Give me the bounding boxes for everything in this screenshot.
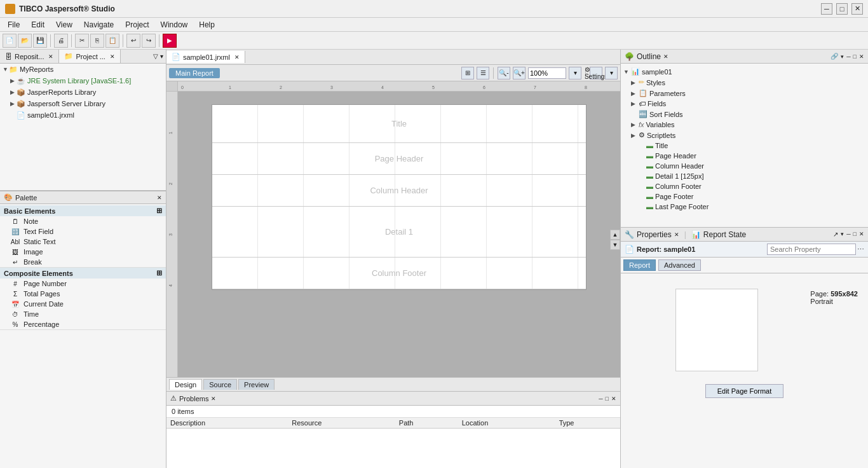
tree-item-myreports[interactable]: ▼ 📁 MyReports [0,64,166,75]
search-property-icon[interactable]: ⋯ [857,245,864,254]
tb-open[interactable]: 📂 [18,34,32,48]
tree-item-jr-lib[interactable]: ▶ 📦 JasperReports Library [0,86,166,98]
zoom-dropdown-btn[interactable]: ▾ [569,67,581,79]
outline-link-icon[interactable]: 🔗 [831,53,838,60]
outline-min-icon[interactable]: ─ [846,53,850,60]
tb-cut[interactable]: ✂ [75,34,89,48]
tb-copy[interactable]: ⎘ [90,34,104,48]
tb-new[interactable]: 📄 [3,34,17,48]
maximize-button[interactable]: □ [836,3,848,15]
preview-tab[interactable]: Preview [238,379,275,390]
outline-band-pagefooter[interactable]: ▬ Page Footer [621,191,868,202]
col-path[interactable]: Path [395,418,458,429]
prop-min-icon[interactable]: ─ [846,231,850,238]
properties-close-icon[interactable]: ✕ [674,231,679,238]
edit-page-format-button[interactable]: Edit Page Format [705,384,784,398]
tb-redo[interactable]: ↪ [142,34,156,48]
tb-undo[interactable]: ↩ [126,34,140,48]
search-property-input[interactable] [767,244,856,255]
palette-section-composite-header[interactable]: Composite Elements ⊞ [0,268,166,279]
menu-help[interactable]: Help [194,19,220,31]
scroll-down-btn[interactable]: ▼ [610,240,620,250]
project-close-icon[interactable]: ✕ [110,53,115,60]
tb-paste[interactable]: 📋 [105,34,119,48]
menu-view[interactable]: View [51,19,78,31]
palette-item-totalpages[interactable]: Σ Total Pages [0,289,166,299]
repository-tab[interactable]: 🗄 Reposit... ✕ [0,50,59,63]
layout-toggle-btn[interactable]: ☰ [477,67,489,79]
close-button[interactable]: ✕ [851,3,863,15]
menu-project[interactable]: Project [120,19,154,31]
outline-band-colfooter[interactable]: ▬ Column Footer [621,181,868,191]
scroll-up-btn[interactable]: ▲ [610,230,620,240]
tb-print[interactable]: 🖨 [54,34,68,48]
tree-item-jre[interactable]: ▶ ☕ JRE System Library [JavaSE-1.6] [0,75,166,86]
project-tab[interactable]: 📁 Project ... ✕ [59,50,120,63]
problems-tab[interactable]: ⚠ Problems ✕ [170,394,216,403]
settings-btn[interactable]: ⚙ Settings [590,67,602,79]
col-resource[interactable]: Resource [288,418,395,429]
zoom-in-btn[interactable]: 🔍+ [513,67,526,79]
prop-export-icon[interactable]: ↗ [833,231,838,238]
advanced-prop-tab[interactable]: Advanced [658,259,701,271]
canvas-container[interactable]: 0 1 2 3 4 5 6 7 8 [166,81,620,377]
minimize-button[interactable]: ─ [821,3,832,15]
problems-max-btn[interactable]: □ [606,396,609,402]
outline-band-title[interactable]: ▬ Title [621,141,868,151]
outline-collapse-icon[interactable]: ▾ [841,53,844,60]
palette-section-basic-header[interactable]: Basic Elements ⊞ [0,205,166,216]
editor-tab-sample01[interactable]: 📄 sample01.jrxml ✕ [166,51,245,63]
menu-edit[interactable]: Edit [26,19,50,31]
problems-close2-icon[interactable]: ✕ [611,396,616,402]
prop-close3-icon[interactable]: ✕ [859,231,864,238]
prop-max-icon[interactable]: □ [853,231,857,238]
palette-close-icon[interactable]: ✕ [157,195,162,201]
outline-tab-label[interactable]: Outline [637,52,661,61]
band-page-header[interactable]: Page Header [212,143,586,175]
tb-run[interactable]: ▶ [163,34,177,48]
zoom-out-btn[interactable]: 🔍- [498,67,510,79]
tb-save[interactable]: 💾 [33,34,47,48]
palette-item-image[interactable]: 🖼 Image [0,247,166,257]
palette-item-pagenumber[interactable]: # Page Number [0,279,166,289]
properties-tab-label[interactable]: Properties [637,230,672,239]
palette-item-break[interactable]: ↵ Break [0,257,166,267]
zoom-input[interactable] [528,67,566,79]
col-description[interactable]: Description [166,418,288,429]
design-tab[interactable]: Design [169,379,202,390]
left-panel-menu-icon[interactable]: ▾ [160,53,163,60]
band-title[interactable]: Title [212,105,586,143]
band-column-footer[interactable]: Column Footer [212,258,586,289]
outline-sample01[interactable]: ▼ 📊 sample01 [621,66,868,77]
col-location[interactable]: Location [458,418,555,429]
left-panel-collapse-icon[interactable]: ▽ [153,53,158,60]
band-detail[interactable]: Detail 1 [212,207,586,258]
outline-band-detail[interactable]: ▬ Detail 1 [125px] [621,171,868,181]
settings-dropdown-btn[interactable]: ▾ [605,67,618,79]
outline-close2-icon[interactable]: ✕ [859,53,864,60]
problems-min-btn[interactable]: ─ [599,396,602,402]
palette-item-currentdate[interactable]: 📅 Current Date [0,299,166,309]
col-type[interactable]: Type [555,418,620,429]
outline-scriptlets[interactable]: ▶ ⚙ Scriptlets [621,130,868,141]
report-prop-tab[interactable]: Report [623,259,656,271]
source-tab[interactable]: Source [203,379,237,390]
band-column-header[interactable]: Column Header [212,175,586,207]
menu-file[interactable]: File [3,19,25,31]
palette-item-statictext[interactable]: Abl Static Text [0,237,166,247]
outline-sortfields[interactable]: 🔤 Sort Fields [621,109,868,120]
outline-variables[interactable]: ▶ fx Variables [621,120,868,130]
problems-close-icon[interactable]: ✕ [211,396,216,402]
tree-item-js-lib[interactable]: ▶ 📦 Jaspersoft Server Library [0,98,166,109]
repository-close-icon[interactable]: ✕ [48,53,53,60]
menu-window[interactable]: Window [156,19,193,31]
outline-fields[interactable]: ▶ 🏷 Fields [621,99,868,109]
palette-item-time[interactable]: ⏱ Time [0,309,166,319]
outline-styles[interactable]: ▶ ✏ Styles [621,77,868,88]
editor-tab-close-icon[interactable]: ✕ [234,54,240,60]
outline-parameters[interactable]: ▶ 📋 Parameters [621,88,868,99]
outline-band-pageheader[interactable]: ▬ Page Header [621,151,868,161]
outline-band-colheader[interactable]: ▬ Column Header [621,161,868,171]
palette-item-note[interactable]: 🗒 Note [0,216,166,226]
outline-close-icon[interactable]: ✕ [663,53,668,60]
